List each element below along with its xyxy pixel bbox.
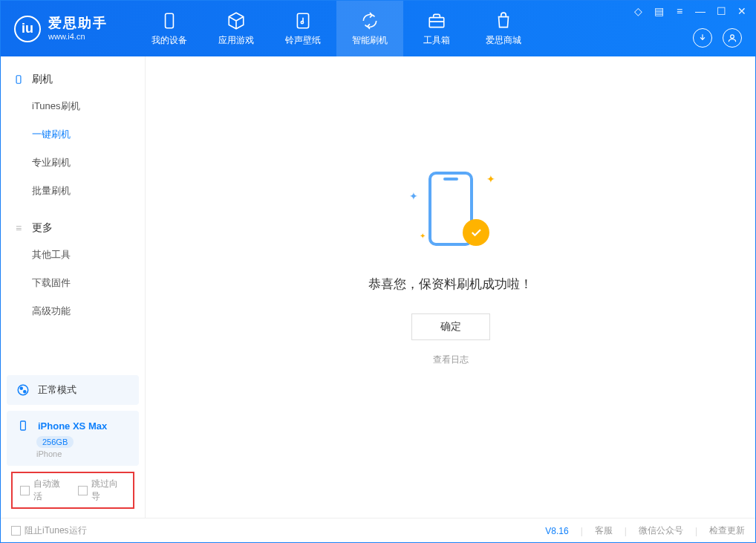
sidebar-section-more: ≡ 更多 [1, 215, 145, 241]
checkbox-label: 自动激活 [33, 478, 68, 503]
phone-icon [16, 418, 30, 433]
download-icon[interactable] [693, 28, 712, 48]
device-icon [160, 11, 179, 30]
shirt-icon[interactable]: ◇ [632, 5, 644, 17]
app-name: 爱思助手 [48, 16, 108, 32]
music-icon [293, 11, 313, 30]
nav-shop[interactable]: 爱思商城 [470, 1, 537, 56]
section-title: 刷机 [32, 73, 53, 86]
mode-icon [16, 383, 30, 397]
view-log-link[interactable]: 查看日志 [433, 354, 469, 366]
footer-link-support[interactable]: 客服 [595, 524, 613, 537]
nav-my-device[interactable]: 我的设备 [136, 1, 203, 56]
version-label: V8.16 [545, 526, 568, 536]
footer-link-update[interactable]: 检查更新 [709, 524, 745, 537]
nav-label: 应用游戏 [218, 34, 254, 47]
nav-toolbox[interactable]: 工具箱 [403, 1, 470, 56]
footer-link-wechat[interactable]: 微信公众号 [639, 524, 683, 537]
options-highlight: 自动激活 跳过向导 [11, 472, 134, 509]
device-name: iPhone XS Max [38, 420, 107, 432]
cube-icon [227, 11, 246, 30]
main-nav: 我的设备 应用游戏 铃声壁纸 智能刷机 工具箱 爱思商城 [136, 1, 537, 56]
close-button[interactable]: ✕ [736, 5, 748, 17]
sidebar-section-flash: 刷机 [1, 67, 145, 92]
nav-label: 铃声壁纸 [285, 34, 321, 47]
logo-icon: iu [14, 16, 41, 42]
checkbox-skip-guide[interactable]: 跳过向导 [78, 478, 126, 503]
checkbox-label: 跳过向导 [91, 478, 126, 503]
sparkle-icon: ✦ [486, 173, 495, 185]
success-message: 恭喜您，保资料刷机成功啦！ [368, 276, 532, 293]
sidebar-item-batch-flash[interactable]: 批量刷机 [32, 177, 145, 205]
sidebar-item-oneclick-flash[interactable]: 一键刷机 [32, 120, 145, 149]
success-illustration: ✦ ✦ ✦ [406, 164, 495, 253]
phone-icon [13, 74, 25, 85]
checkbox-block-itunes[interactable]: 阻止iTunes运行 [11, 524, 87, 537]
nav-label: 工具箱 [423, 34, 450, 47]
user-icon[interactable] [723, 28, 742, 48]
refresh-icon [360, 11, 379, 30]
app-header: iu 爱思助手 www.i4.cn 我的设备 应用游戏 铃声壁纸 智能刷机 工具… [1, 1, 755, 56]
nav-smart-flash[interactable]: 智能刷机 [336, 1, 403, 56]
nav-label: 智能刷机 [352, 34, 388, 47]
svg-rect-5 [16, 76, 21, 84]
sidebar: 刷机 iTunes刷机 一键刷机 专业刷机 批量刷机 ≡ 更多 其他工具 下载固… [1, 56, 146, 518]
minimize-button[interactable]: — [694, 5, 706, 17]
checkbox-label: 阻止iTunes运行 [25, 524, 87, 537]
nav-apps-games[interactable]: 应用游戏 [203, 1, 270, 56]
sidebar-item-download-firmware[interactable]: 下载固件 [32, 269, 145, 297]
svg-point-4 [731, 35, 734, 39]
device-storage: 256GB [36, 436, 74, 448]
footer: 阻止iTunes运行 V8.16 | 客服 | 微信公众号 | 检查更新 [1, 518, 755, 543]
device-platform: iPhone [36, 449, 62, 458]
svg-point-8 [24, 391, 26, 393]
svg-rect-9 [21, 421, 26, 430]
maximize-button[interactable]: ☐ [715, 5, 727, 17]
logo-area: iu 爱思助手 www.i4.cn [1, 16, 121, 42]
svg-rect-3 [429, 17, 444, 27]
svg-point-2 [301, 21, 303, 23]
sidebar-item-pro-flash[interactable]: 专业刷机 [32, 149, 145, 177]
nav-label: 爱思商城 [486, 34, 521, 47]
mode-label: 正常模式 [38, 383, 76, 397]
sparkle-icon: ✦ [409, 190, 418, 202]
ok-button[interactable]: 确定 [411, 313, 490, 340]
app-url: www.i4.cn [48, 32, 108, 42]
nav-ringtones[interactable]: 铃声壁纸 [270, 1, 336, 56]
header-action-icons [693, 28, 742, 48]
sidebar-item-itunes-flash[interactable]: iTunes刷机 [32, 92, 145, 120]
device-mode-box[interactable]: 正常模式 [7, 375, 139, 405]
main-content: ✦ ✦ ✦ 恭喜您，保资料刷机成功啦！ 确定 查看日志 [146, 56, 755, 518]
sparkle-icon: ✦ [420, 232, 426, 240]
list-icon[interactable]: ▤ [653, 5, 665, 17]
sidebar-item-advanced[interactable]: 高级功能 [32, 297, 145, 325]
checkmark-badge-icon [463, 219, 489, 246]
sidebar-item-other-tools[interactable]: 其他工具 [32, 241, 145, 269]
checkbox-auto-activate[interactable]: 自动激活 [20, 478, 68, 503]
list-icon: ≡ [13, 222, 25, 234]
nav-label: 我的设备 [151, 34, 187, 47]
toolbox-icon [427, 11, 446, 30]
shop-icon [494, 11, 513, 30]
svg-rect-0 [166, 13, 174, 28]
window-controls: ◇ ▤ ≡ — ☐ ✕ [632, 5, 748, 17]
section-title: 更多 [32, 221, 53, 235]
device-info-box[interactable]: iPhone XS Max 256GB iPhone [7, 411, 139, 466]
menu-icon[interactable]: ≡ [674, 5, 685, 17]
svg-point-7 [20, 387, 22, 389]
svg-point-6 [18, 385, 28, 395]
